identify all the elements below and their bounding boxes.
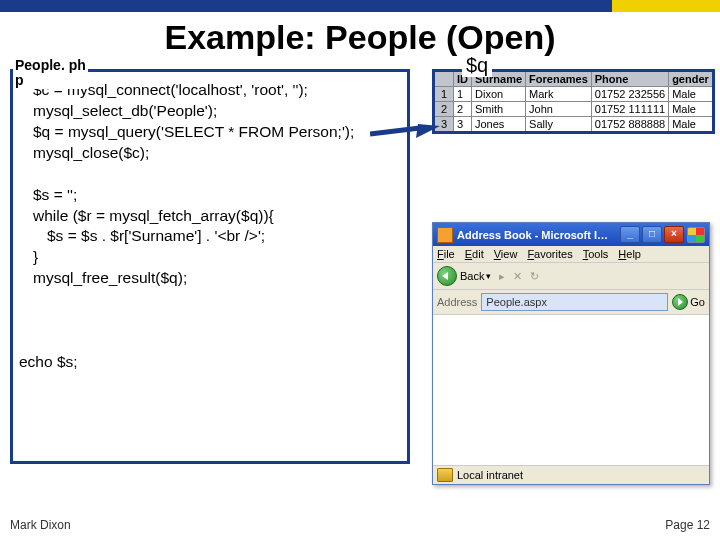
table-cell: Jones [472,117,526,133]
menu-item[interactable]: Favorites [527,248,572,260]
footer: Mark Dixon Page 12 [10,518,710,532]
menu-item[interactable]: Help [618,248,641,260]
code-line: mysql_select_db('People'); [19,101,401,122]
code-line: echo $s; [19,352,401,373]
app-icon [437,227,453,243]
footer-author: Mark Dixon [10,518,71,532]
file-label-line2: p [15,72,24,88]
table-cell: 1 [454,87,472,102]
code-line: } [19,247,401,268]
code-line: mysql_close($c); [19,143,401,164]
svg-line-0 [370,128,420,134]
file-label: People. ph p [13,58,88,89]
code-line: mysql_free_result($q); [19,268,401,289]
table-cell: John [526,102,592,117]
refresh-button[interactable]: ↻ [530,270,539,283]
menu-item[interactable]: Edit [465,248,484,260]
table-header: gender [669,71,714,87]
table-cell: Dixon [472,87,526,102]
footer-page: Page 12 [665,518,710,532]
table-cell: 01752 888888 [591,117,668,133]
back-label: Back [460,270,484,282]
forward-button[interactable]: ▸ [499,270,505,283]
browser-menubar: FileEditViewFavoritesToolsHelp [433,246,709,263]
status-bar: Local intranet [433,465,709,484]
back-icon [437,266,457,286]
status-text: Local intranet [457,469,523,481]
go-label: Go [690,296,705,308]
arrow-icon [370,124,440,144]
table-cell: 2 [454,102,472,117]
file-label-line1: People. ph [15,57,86,73]
address-field[interactable]: People.aspx [481,293,668,311]
go-button[interactable]: Go [672,294,705,310]
browser-window: Address Book - Microsoft I… _ □ × FileEd… [432,222,710,485]
address-label: Address [437,296,477,308]
code-box: $c = mysql_connect('localhost', 'root', … [10,69,410,464]
table-cell: Mark [526,87,592,102]
table-row: 22SmithJohn01752 111111Male [434,102,714,117]
code-line: $s = $s . $r['Surname'] . '<br />'; [19,226,401,247]
code-line: $s = ''; [19,185,401,206]
browser-title: Address Book - Microsoft I… [457,229,608,241]
menu-item[interactable]: Tools [583,248,609,260]
table-cell: Male [669,117,714,133]
back-button[interactable]: Back ▾ [437,266,491,286]
table-cell: Male [669,87,714,102]
table-cell: 3 [454,117,472,133]
menu-item[interactable]: View [494,248,518,260]
browser-content [433,315,709,465]
close-button[interactable]: × [664,226,684,243]
table-row: 33JonesSally01752 888888Male [434,117,714,133]
table-cell: 01752 232556 [591,87,668,102]
table-cell: Male [669,102,714,117]
slide-title: Example: People (Open) [0,18,720,57]
table-cell: Sally [526,117,592,133]
browser-toolbar: Back ▾ ▸ ✕ ↻ [433,263,709,290]
go-icon [672,294,688,310]
code-line: while ($r = mysql_fetch_array($q)){ [19,206,401,227]
svg-marker-1 [416,124,440,138]
windows-logo-icon [687,227,705,243]
table-header: Forenames [526,71,592,87]
address-bar: Address People.aspx Go [433,290,709,315]
stop-button[interactable]: ✕ [513,270,522,283]
code-line: $q = mysql_query('SELECT * FROM Person;'… [19,122,401,143]
header-bar [0,0,720,12]
minimize-button[interactable]: _ [620,226,640,243]
table-row: 11DixonMark01752 232556Male [434,87,714,102]
database-table: IDSurnameForenamesPhonegender 11DixonMar… [432,69,715,134]
table-cell: 01752 111111 [591,102,668,117]
table-header: Phone [591,71,668,87]
menu-item[interactable]: File [437,248,455,260]
table-cell: Smith [472,102,526,117]
maximize-button[interactable]: □ [642,226,662,243]
browser-titlebar: Address Book - Microsoft I… _ □ × [433,223,709,246]
q-variable-label: $q [462,54,492,77]
intranet-icon [437,468,453,482]
